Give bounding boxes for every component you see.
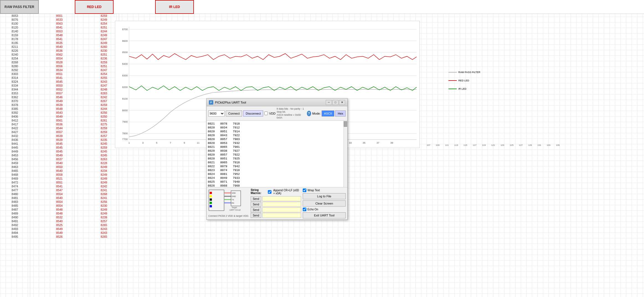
uart-title-icon: P: [209, 100, 213, 105]
svg-text:3: 3: [142, 141, 143, 144]
send-button-2[interactable]: Send: [251, 202, 261, 207]
ir-value: 8228: [89, 161, 119, 165]
vdd-checkbox[interactable]: [264, 112, 268, 115]
ir-value: 8268: [89, 192, 119, 196]
send-button-3[interactable]: Send: [251, 207, 261, 212]
ir-value: 8230: [89, 204, 119, 208]
ir-value: 8259: [89, 146, 119, 149]
raw-value: 8492: [0, 223, 30, 227]
uart-title: PICkit2Plus UART Tool: [215, 101, 246, 104]
raw-value: 8324: [0, 80, 30, 84]
ir-value: 8254: [89, 22, 119, 25]
ir-column: 8259824982548251824482498247824982608230…: [89, 14, 119, 297]
send-button-4[interactable]: Send: [251, 213, 261, 218]
uart-data-row: 802080577922: [208, 153, 346, 157]
red-value: 8549: [45, 231, 75, 235]
ir-value: 8236: [89, 56, 119, 60]
red-value: 8540: [45, 219, 75, 223]
uart-right-panel: Wrap Text Log to File Clear Screen Echo …: [303, 188, 346, 218]
svg-text:5: 5: [156, 141, 157, 144]
uart-data-row: 802080437922: [208, 133, 346, 137]
uart-data-row: 802380747910: [208, 168, 346, 172]
mode-area: Mode: ASCII Hex: [312, 110, 346, 117]
uart-titlebar-controls[interactable]: ─ □ ✕: [326, 100, 345, 105]
exit-uart-button[interactable]: Exit UART Tool: [303, 212, 346, 218]
ir-value: 8251: [89, 64, 119, 68]
hex-mode-button[interactable]: Hex: [335, 110, 346, 117]
svg-text:TX: TX: [232, 199, 234, 201]
raw-value: 8076: [0, 18, 30, 22]
minimize-button[interactable]: ─: [326, 100, 332, 105]
legend-ir: IR LED: [448, 87, 480, 90]
ir-value: 8259: [89, 126, 119, 130]
macro-input-3[interactable]: [262, 207, 301, 212]
ir-value: 8249: [89, 18, 119, 22]
legend-red-label: RED LED: [458, 79, 469, 82]
circuit-svg: VDD GND TX RX Target UART Circuit: [208, 188, 242, 213]
ir-value: 8265: [89, 235, 119, 239]
red-value: 8554: [45, 204, 75, 208]
raw-value: 8445: [0, 146, 30, 149]
legend-ir-line: [448, 89, 457, 89]
uart-toolbar: 9600 19200 38400 115200 Connect Disconne…: [207, 106, 347, 121]
raw-value: 8362: [0, 95, 30, 99]
ir-value: 8249: [89, 177, 119, 180]
uart-scrollbar[interactable]: [343, 121, 347, 187]
macro-input-1[interactable]: [262, 196, 301, 201]
red-value: 8548: [45, 33, 75, 37]
log-file-button[interactable]: Log to File: [303, 193, 346, 199]
ir-value: 8261: [89, 118, 119, 122]
macro-row-2: Send: [251, 202, 301, 207]
baud-rate-select[interactable]: 9600 19200 38400 115200: [208, 110, 225, 117]
raw-value: 8490: [0, 215, 30, 219]
ir-value: 8241: [89, 188, 119, 192]
red-value: 8554: [45, 56, 75, 60]
uart-data-row: 802080517914: [208, 130, 346, 133]
ir-value: 8244: [89, 29, 119, 33]
wrap-text-checkbox[interactable]: [303, 188, 306, 192]
uart-titlebar: P PICkit2Plus UART Tool ─ □ ✕: [207, 99, 347, 106]
ir-value: 8243: [89, 80, 119, 84]
uart-titlebar-left: P PICkit2Plus UART Tool: [209, 100, 246, 105]
macro-input-4[interactable]: [262, 213, 301, 218]
mode-label: Mode:: [312, 112, 321, 115]
red-value: 8551: [45, 72, 75, 76]
wrap-text-label: Wrap Text: [307, 189, 320, 192]
close-button[interactable]: ✕: [339, 100, 345, 105]
help-button[interactable]: ?: [307, 111, 311, 116]
raw-value: 8334: [0, 84, 30, 87]
append-crlf-checkbox[interactable]: [268, 190, 271, 194]
raw-value: 8178: [0, 37, 30, 41]
red-value: 8551: [45, 180, 75, 184]
uart-data-row: 802080347912: [208, 126, 346, 130]
ir-value: 8249: [89, 180, 119, 184]
svg-text:Target: Target: [232, 206, 237, 209]
ascii-mode-button[interactable]: ASCII: [322, 110, 335, 117]
svg-rect-46: [210, 195, 212, 197]
macro-input-2[interactable]: [262, 202, 301, 207]
echo-on-checkbox[interactable]: [303, 208, 306, 211]
ir-value: 8242: [89, 95, 119, 99]
red-value: 8549: [45, 99, 75, 103]
ir-led-header: IR LED: [155, 0, 194, 14]
ir-value: 8259: [89, 14, 119, 18]
raw-value: 8468: [0, 173, 30, 177]
raw-value: 8495: [0, 235, 30, 239]
svg-text:37: 37: [376, 141, 379, 144]
maximize-button[interactable]: □: [332, 100, 338, 105]
svg-text:35: 35: [363, 141, 365, 144]
uart-scrollbar-thumb[interactable]: [344, 121, 347, 127]
ir-value: 8230: [89, 49, 119, 53]
ir-value: 8263: [89, 157, 119, 161]
red-value: 8561: [45, 118, 75, 122]
connect-button[interactable]: Connect: [226, 110, 242, 117]
wrap-text-row: Wrap Text: [303, 188, 346, 192]
svg-text:7: 7: [170, 141, 171, 144]
disconnect-button[interactable]: Disconnect: [243, 110, 263, 117]
raw-value: 8491: [0, 219, 30, 223]
red-value: 8539: [45, 134, 75, 138]
clear-screen-button[interactable]: Clear Screen: [303, 200, 346, 206]
send-button-1[interactable]: Send: [251, 196, 261, 201]
raw-value: 8412: [0, 118, 30, 122]
ir-value: 8235: [89, 138, 119, 142]
